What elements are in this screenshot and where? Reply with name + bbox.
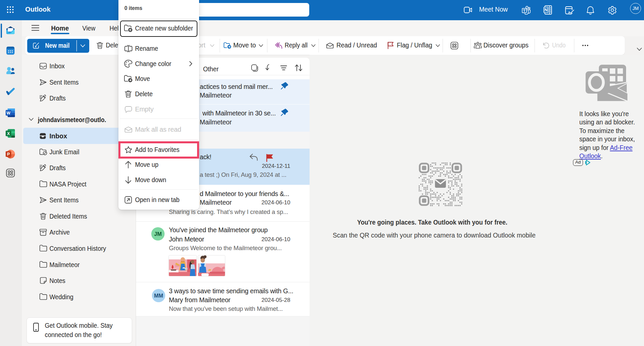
svg-text:X: X <box>7 131 10 136</box>
svg-text:P: P <box>7 152 10 157</box>
svg-text:W: W <box>7 111 11 115</box>
